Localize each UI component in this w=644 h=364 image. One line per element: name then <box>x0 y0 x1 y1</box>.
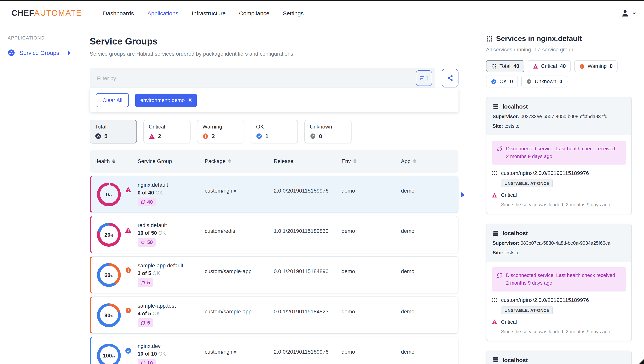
sidebar-section-label: APPLICATIONS <box>8 35 76 41</box>
service-since-text: Since the service was loaded, 2 months 9… <box>501 202 626 208</box>
chip-close-icon[interactable]: X <box>188 97 192 103</box>
filter-count-button[interactable]: 1 <box>416 70 432 86</box>
column-header-health[interactable]: Health <box>90 158 133 164</box>
server-icon <box>492 103 499 110</box>
status-card-count: 2 <box>158 133 161 139</box>
health-cell: 0% <box>91 176 134 212</box>
share-button[interactable] <box>442 69 458 88</box>
release-cell: 2.0.0/20190115189976 <box>271 176 338 212</box>
pill-warning[interactable]: Warning0 <box>574 60 618 72</box>
main-content: Service Groups Service groups are Habita… <box>76 25 472 364</box>
nav-applications[interactable]: Applications <box>148 10 178 16</box>
habitat-dots-icon <box>492 171 497 176</box>
sort-arrows-icon[interactable] <box>228 159 231 163</box>
service-card[interactable]: localhost Supervisor: 0c0a6b1f-f9f2-4fe6… <box>486 350 632 364</box>
svg-text:?: ? <box>312 134 314 138</box>
service-since-text: Since the service was loaded, 2 months 9… <box>501 329 626 334</box>
pill-critical[interactable]: Critical40 <box>528 60 571 72</box>
services-detail-panel: Services in nginx.default All services r… <box>472 25 644 364</box>
column-header-env[interactable]: Env <box>337 158 396 164</box>
service-card-header: localhost Supervisor: 083b07ca-5830-4a8d… <box>486 224 631 262</box>
service-group-name: nginx.dev <box>138 343 160 349</box>
sort-arrows-icon[interactable] <box>413 159 416 163</box>
status-card-total[interactable]: Total 5 <box>90 120 137 143</box>
warning-icon <box>125 307 132 314</box>
service-card-body: Disconnected service: Last health check … <box>486 262 631 340</box>
env-cell: demo <box>338 257 398 293</box>
ok-check-icon <box>256 133 262 139</box>
env-cell: demo <box>338 297 398 333</box>
column-header-package[interactable]: Package <box>200 158 269 164</box>
disconnected-alert: Disconnected service: Last health check … <box>492 267 626 291</box>
nav-settings[interactable]: Settings <box>283 10 304 16</box>
service-groups-table-header: Health Service Group Package Release Env… <box>90 150 458 173</box>
status-card-warning[interactable]: Warning 2 <box>197 120 244 143</box>
service-status-line: Critical <box>492 319 626 325</box>
critical-icon <box>125 227 132 233</box>
package-cell: custom/redis <box>202 216 271 253</box>
broken-link-icon <box>141 240 145 244</box>
unknown-question-icon: ? <box>310 133 316 139</box>
filter-input[interactable] <box>96 75 416 82</box>
disconnected-alert: Disconnected service: Last health check … <box>492 141 626 165</box>
critical-icon <box>125 186 132 193</box>
ok-check-icon <box>491 79 496 84</box>
critical-icon <box>533 64 538 69</box>
chef-automate-logo[interactable]: CHEFAUTOMATE <box>12 9 82 18</box>
sidebar-expand-arrow-icon[interactable] <box>68 51 71 55</box>
nav-dashboards[interactable]: Dashboards <box>103 10 134 16</box>
user-menu[interactable] <box>620 9 636 18</box>
status-card-ok[interactable]: OK 1 <box>251 120 298 143</box>
status-card-label: Unknown <box>310 124 346 130</box>
pill-ok[interactable]: OK0 <box>486 76 518 88</box>
service-group-name: sample-app.test <box>138 303 176 309</box>
table-row[interactable]: 80% sample-app.test 4 of 5 OK 5 custom/s… <box>90 296 458 334</box>
sort-arrows-icon[interactable] <box>354 159 356 163</box>
server-icon <box>492 357 499 363</box>
broken-link-icon <box>141 280 145 285</box>
pill-unknown[interactable]: ? Unknown0 <box>521 76 567 88</box>
cluster-icon <box>8 49 15 56</box>
service-card[interactable]: localhost Supervisor: 002732ee-6557-405c… <box>486 97 632 214</box>
clear-all-button[interactable]: Clear All <box>96 93 129 107</box>
app-cell: demo <box>398 216 458 253</box>
sidebar-item-service-groups[interactable]: Service Groups <box>8 49 76 56</box>
column-header-service-group[interactable]: Service Group <box>133 158 200 164</box>
pill-total[interactable]: Total40 <box>486 60 524 72</box>
status-card-label: Total <box>95 124 132 130</box>
health-ring: 20% <box>97 223 121 246</box>
table-row[interactable]: 100% nginx.dev 10 of 10 OK 10 custom/ngi… <box>90 337 458 364</box>
critical-icon <box>492 319 497 324</box>
status-card-critical[interactable]: Critical 2 <box>143 120 190 143</box>
share-icon <box>447 75 453 81</box>
filter-chip-environment-demo[interactable]: environment: demo X <box>135 93 196 107</box>
critical-icon <box>149 133 155 139</box>
selected-row-caret-icon <box>461 192 464 198</box>
sort-arrows-icon[interactable] <box>112 159 116 163</box>
broken-link-icon <box>141 361 145 364</box>
table-row[interactable]: 0% nginx.default 0 of 40 OK 40 custom/ng… <box>90 176 458 213</box>
app-cell: demo <box>398 176 458 212</box>
service-card[interactable]: localhost Supervisor: 083b07ca-5830-4a8d… <box>486 224 632 341</box>
service-group-cell: sample-app.test 4 of 5 OK 5 <box>134 297 202 333</box>
nav-infrastructure[interactable]: Infrastructure <box>192 10 226 16</box>
broken-link-icon <box>141 200 145 204</box>
service-card-header: localhost Supervisor: 002732ee-6557-405c… <box>486 97 631 135</box>
column-header-release[interactable]: Release <box>269 158 337 164</box>
host-name: localhost <box>502 356 528 363</box>
table-row[interactable]: 20% redis.default 10 of 50 OK 50 custom/… <box>90 216 458 253</box>
unknown-question-icon: ? <box>526 79 532 84</box>
logo-chef-text: CHEF <box>12 9 34 18</box>
service-status-line: Critical <box>492 192 626 198</box>
package-cell: custom/nginx <box>202 176 271 212</box>
active-filters-panel: Clear All environment: demo X <box>90 88 458 112</box>
panel-status-pills: Total40 Critical40 Warning0 OK0 ? Unknow… <box>486 60 632 88</box>
nav-compliance[interactable]: Compliance <box>239 10 269 16</box>
health-ring: 60% <box>97 263 121 287</box>
app-window: CHEFAUTOMATE Dashboards Applications Inf… <box>0 0 644 364</box>
health-ring: 80% <box>97 303 121 327</box>
status-card-unknown[interactable]: Unknown ? 0 <box>304 120 352 143</box>
column-header-app[interactable]: App <box>396 158 458 164</box>
service-group-cell: nginx.dev 10 of 10 OK 10 <box>134 337 202 364</box>
table-row[interactable]: 60% sample-app.default 3 of 5 OK 5 custo… <box>90 256 458 293</box>
